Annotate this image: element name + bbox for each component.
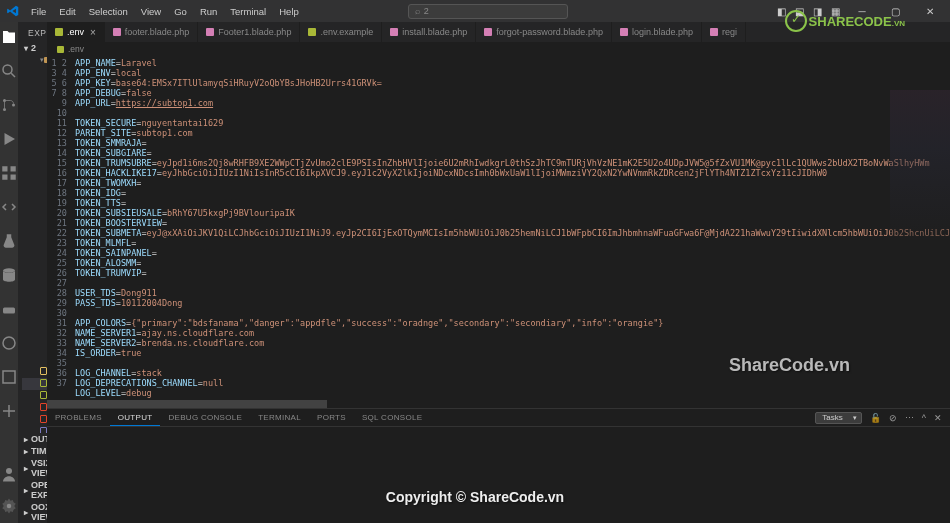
ext-icon-1[interactable] [0, 334, 18, 352]
extensions-icon[interactable] [0, 164, 18, 182]
folder-symfony[interactable]: ▸symfony [22, 270, 47, 282]
section-timeline[interactable]: TIMELINE [18, 445, 47, 457]
lock-icon[interactable]: 🔓 [870, 413, 881, 423]
close-panel-icon[interactable]: ✕ [934, 413, 942, 423]
folder-monolog[interactable]: ▸monolog [22, 90, 47, 102]
account-icon[interactable] [0, 465, 18, 483]
folder-theseer[interactable]: ▸theseer [22, 282, 47, 294]
folder-spatie[interactable]: ▸spatie [22, 258, 47, 270]
tab-Footer1.blade.php[interactable]: Footer1.blade.php [198, 22, 300, 42]
folder-league[interactable]: ▸league [22, 66, 47, 78]
database-icon[interactable] [0, 266, 18, 284]
source-control-icon[interactable] [0, 96, 18, 114]
file-.env.example[interactable]: .env.example [22, 390, 47, 402]
svg-point-3 [12, 104, 15, 107]
command-center-search[interactable]: ⌕ 2 [408, 4, 568, 19]
remote-icon[interactable] [0, 198, 18, 216]
svg-point-1 [3, 99, 6, 102]
panel-tab-problems[interactable]: PROBLEMS [47, 410, 110, 426]
folder-nesbot[interactable]: ▸nesbot [22, 114, 47, 126]
folder-root[interactable]: 2 [18, 42, 47, 54]
explorer-icon[interactable] [0, 28, 18, 46]
svg-point-0 [3, 65, 12, 74]
file-autoload.php[interactable]: autoload.php [22, 354, 47, 366]
folder-psy[interactable]: ▸psy [22, 210, 47, 222]
output-channel-selector[interactable]: Tasks [815, 412, 861, 424]
more-icon[interactable]: ⋯ [905, 413, 914, 423]
section-openxml-explorer[interactable]: OPENXML EXPLORER [18, 479, 47, 501]
section-outline[interactable]: OUTLINE [18, 433, 47, 445]
run-debug-icon[interactable] [0, 130, 18, 148]
folder-phar-io[interactable]: ▸phar-io [22, 162, 47, 174]
menu-run[interactable]: Run [195, 4, 222, 19]
file-.env[interactable]: .env [22, 378, 47, 390]
testing-icon[interactable] [0, 232, 18, 250]
tab-forgot-password.blade.php[interactable]: forgot-password.blade.php [476, 22, 612, 42]
file-.gitattributes[interactable]: .gitattributes [22, 402, 47, 414]
folder-psr[interactable]: ▸psr [22, 198, 47, 210]
explorer-title: EXPLORER [18, 22, 47, 42]
folder-tijsverkoyen[interactable]: ▸tijsverkoyen [22, 294, 47, 306]
folder-nikic[interactable]: ▸nikic [22, 138, 47, 150]
folder-mockery[interactable]: ▸mockery [22, 78, 47, 90]
tab-login.blade.php[interactable]: login.blade.php [612, 22, 702, 42]
menu-view[interactable]: View [136, 4, 166, 19]
ext-icon-2[interactable] [0, 368, 18, 386]
tab-install.blade.php[interactable]: install.blade.php [382, 22, 476, 42]
menu-file[interactable]: File [26, 4, 51, 19]
folder-voku[interactable]: ▸voku [22, 318, 47, 330]
breadcrumb[interactable]: .env [47, 42, 950, 56]
section-ooxml-viewer[interactable]: OOXML VIEWER [18, 501, 47, 523]
folder-myclabs[interactable]: ▸myclabs [22, 102, 47, 114]
activity-bar [0, 22, 18, 523]
panel-tab-terminal[interactable]: TERMINAL [250, 410, 309, 426]
folder-phpoption[interactable]: ▸phpoption [22, 174, 47, 186]
svg-point-8 [3, 268, 15, 273]
tab-.env.example[interactable]: .env.example [300, 22, 382, 42]
menu-go[interactable]: Go [169, 4, 192, 19]
docker-icon[interactable] [0, 300, 18, 318]
svg-rect-4 [2, 166, 7, 171]
search-icon[interactable] [0, 62, 18, 80]
panel-tab-output[interactable]: OUTPUT [110, 410, 161, 426]
sidebar-explorer: EXPLORER 2 ▾vendor▸league▸mockery▸monolo… [18, 22, 47, 523]
file-.htaccess[interactable]: .htaccess [22, 426, 47, 433]
svg-rect-11 [3, 371, 15, 383]
folder-nunomaduro[interactable]: ▸nunomaduro [22, 150, 47, 162]
section-vsix-viewer[interactable]: VSIX VIEWER [18, 457, 47, 479]
tab-.env[interactable]: .env× [47, 22, 105, 42]
settings-icon[interactable] [0, 497, 18, 515]
maximize-panel-icon[interactable]: ^ [922, 413, 926, 423]
folder-westacks[interactable]: ▸westacks [22, 342, 47, 354]
folder-vlucas[interactable]: ▸vlucas [22, 306, 47, 318]
svg-rect-6 [2, 175, 7, 180]
folder-webmozart[interactable]: ▸webmozart [22, 330, 47, 342]
folder-phpunit[interactable]: ▸phpunit [22, 186, 47, 198]
clear-icon[interactable]: ⊘ [889, 413, 897, 423]
folder-ramsey[interactable]: ▸ramsey [22, 234, 47, 246]
code-editor[interactable]: APP_NAME=Laravel APP_ENV=local APP_KEY=b… [75, 56, 950, 400]
folder-ralcuphie[interactable]: ▸ralcuphie [22, 222, 47, 234]
ext-icon-3[interactable] [0, 402, 18, 420]
watermark-logo: SHARECODE.VN [785, 10, 905, 32]
svg-point-2 [3, 108, 6, 111]
folder-vendor[interactable]: ▾vendor [22, 54, 47, 66]
folder-nette[interactable]: ▸nette [22, 126, 47, 138]
menu-help[interactable]: Help [274, 4, 304, 19]
svg-rect-9 [3, 308, 15, 314]
horizontal-scrollbar[interactable] [47, 400, 950, 408]
menu-terminal[interactable]: Terminal [225, 4, 271, 19]
svg-rect-5 [11, 166, 16, 171]
file-.gitignore[interactable]: .gitignore [22, 414, 47, 426]
menu-edit[interactable]: Edit [54, 4, 80, 19]
tab-footer.blade.php[interactable]: footer.blade.php [105, 22, 199, 42]
close-button[interactable]: ✕ [916, 0, 944, 22]
folder-sebastian[interactable]: ▸sebastian [22, 246, 47, 258]
tab-regi[interactable]: regi [702, 22, 746, 42]
minimap[interactable] [890, 90, 950, 240]
panel-tab-ports[interactable]: PORTS [309, 410, 354, 426]
panel-tab-debug-console[interactable]: DEBUG CONSOLE [160, 410, 250, 426]
menu-selection[interactable]: Selection [84, 4, 133, 19]
panel-tab-sql-console[interactable]: SQL CONSOLE [354, 410, 430, 426]
file-.editorconfig[interactable]: .editorconfig [22, 366, 47, 378]
